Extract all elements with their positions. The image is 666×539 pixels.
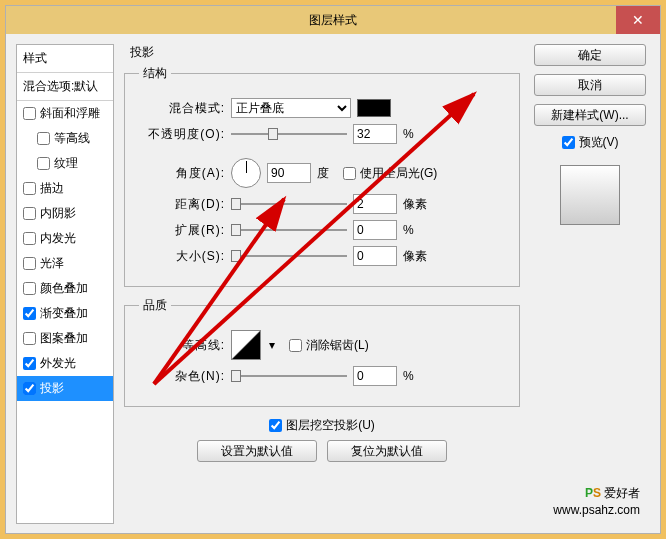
structure-group: 结构 混合模式: 正片叠底 不透明度(O): % 角度(A): 度 bbox=[124, 65, 520, 287]
sidebar-checkbox[interactable] bbox=[23, 282, 36, 295]
sidebar-item-9[interactable]: 图案叠加 bbox=[17, 326, 113, 351]
opacity-slider[interactable] bbox=[231, 127, 347, 141]
sidebar-item-label: 渐变叠加 bbox=[40, 305, 88, 322]
opacity-unit: % bbox=[403, 127, 423, 141]
noise-unit: % bbox=[403, 369, 414, 383]
sidebar-checkbox[interactable] bbox=[23, 257, 36, 270]
sidebar-checkbox[interactable] bbox=[23, 232, 36, 245]
antialias-checkbox[interactable] bbox=[289, 339, 302, 352]
size-input[interactable] bbox=[353, 246, 397, 266]
sidebar-checkbox[interactable] bbox=[37, 132, 50, 145]
angle-label: 角度(A): bbox=[139, 165, 225, 182]
angle-input[interactable] bbox=[267, 163, 311, 183]
sidebar-item-2[interactable]: 纹理 bbox=[17, 151, 113, 176]
contour-label: 等高线: bbox=[139, 337, 225, 354]
watermark: PS 爱好者 www.psahz.com bbox=[553, 477, 640, 517]
sidebar-checkbox[interactable] bbox=[23, 307, 36, 320]
knockout-checkbox[interactable] bbox=[269, 419, 282, 432]
structure-legend: 结构 bbox=[139, 65, 171, 82]
sidebar-checkbox[interactable] bbox=[23, 207, 36, 220]
quality-group: 品质 等高线: ▾ 消除锯齿(L) 杂色(N): % bbox=[124, 297, 520, 407]
sidebar-item-0[interactable]: 斜面和浮雕 bbox=[17, 101, 113, 126]
distance-unit: 像素 bbox=[403, 196, 427, 213]
sidebar-item-8[interactable]: 渐变叠加 bbox=[17, 301, 113, 326]
set-default-button[interactable]: 设置为默认值 bbox=[197, 440, 317, 462]
sidebar-item-3[interactable]: 描边 bbox=[17, 176, 113, 201]
preview-checkbox[interactable] bbox=[562, 136, 575, 149]
styles-sidebar: 样式 混合选项:默认 斜面和浮雕等高线纹理描边内阴影内发光光泽颜色叠加渐变叠加图… bbox=[16, 44, 114, 524]
sidebar-item-label: 斜面和浮雕 bbox=[40, 105, 100, 122]
sidebar-item-10[interactable]: 外发光 bbox=[17, 351, 113, 376]
new-style-button[interactable]: 新建样式(W)... bbox=[534, 104, 646, 126]
sidebar-item-5[interactable]: 内发光 bbox=[17, 226, 113, 251]
shadow-color-swatch[interactable] bbox=[357, 99, 391, 117]
opacity-label: 不透明度(O): bbox=[139, 126, 225, 143]
sidebar-blend-default[interactable]: 混合选项:默认 bbox=[17, 73, 113, 101]
close-button[interactable]: ✕ bbox=[616, 6, 660, 34]
sidebar-item-label: 描边 bbox=[40, 180, 64, 197]
right-panel: 确定 取消 新建样式(W)... 预览(V) bbox=[530, 44, 650, 524]
preview-check[interactable]: 预览(V) bbox=[562, 134, 619, 151]
sidebar-item-label: 投影 bbox=[40, 380, 64, 397]
distance-input[interactable] bbox=[353, 194, 397, 214]
spread-slider[interactable] bbox=[231, 223, 347, 237]
knockout-check[interactable]: 图层挖空投影(U) bbox=[269, 417, 375, 434]
blend-mode-label: 混合模式: bbox=[139, 100, 225, 117]
quality-legend: 品质 bbox=[139, 297, 171, 314]
noise-slider[interactable] bbox=[231, 369, 347, 383]
sidebar-item-label: 纹理 bbox=[54, 155, 78, 172]
sidebar-item-4[interactable]: 内阴影 bbox=[17, 201, 113, 226]
sidebar-item-label: 内阴影 bbox=[40, 205, 76, 222]
global-light-checkbox[interactable] bbox=[343, 167, 356, 180]
panel-title: 投影 bbox=[124, 44, 520, 65]
distance-label: 距离(D): bbox=[139, 196, 225, 213]
size-unit: 像素 bbox=[403, 248, 427, 265]
sidebar-item-6[interactable]: 光泽 bbox=[17, 251, 113, 276]
size-slider[interactable] bbox=[231, 249, 347, 263]
angle-dial[interactable] bbox=[231, 158, 261, 188]
size-label: 大小(S): bbox=[139, 248, 225, 265]
sidebar-checkbox[interactable] bbox=[23, 107, 36, 120]
sidebar-header: 样式 bbox=[17, 45, 113, 73]
antialias-check[interactable]: 消除锯齿(L) bbox=[289, 337, 369, 354]
global-light-check[interactable]: 使用全局光(G) bbox=[343, 165, 437, 182]
main-panel: 投影 结构 混合模式: 正片叠底 不透明度(O): % 角度(A): bbox=[124, 44, 520, 524]
sidebar-item-label: 内发光 bbox=[40, 230, 76, 247]
ok-button[interactable]: 确定 bbox=[534, 44, 646, 66]
sidebar-checkbox[interactable] bbox=[37, 157, 50, 170]
cancel-button[interactable]: 取消 bbox=[534, 74, 646, 96]
spread-unit: % bbox=[403, 223, 414, 237]
sidebar-checkbox[interactable] bbox=[23, 332, 36, 345]
sidebar-item-1[interactable]: 等高线 bbox=[17, 126, 113, 151]
sidebar-item-label: 图案叠加 bbox=[40, 330, 88, 347]
sidebar-item-label: 颜色叠加 bbox=[40, 280, 88, 297]
preview-swatch bbox=[560, 165, 620, 225]
sidebar-item-label: 等高线 bbox=[54, 130, 90, 147]
sidebar-item-label: 光泽 bbox=[40, 255, 64, 272]
reset-default-button[interactable]: 复位为默认值 bbox=[327, 440, 447, 462]
sidebar-checkbox[interactable] bbox=[23, 382, 36, 395]
sidebar-item-11[interactable]: 投影 bbox=[17, 376, 113, 401]
sidebar-checkbox[interactable] bbox=[23, 182, 36, 195]
distance-slider[interactable] bbox=[231, 197, 347, 211]
spread-input[interactable] bbox=[353, 220, 397, 240]
opacity-input[interactable] bbox=[353, 124, 397, 144]
noise-label: 杂色(N): bbox=[139, 368, 225, 385]
sidebar-checkbox[interactable] bbox=[23, 357, 36, 370]
sidebar-item-label: 外发光 bbox=[40, 355, 76, 372]
window-title: 图层样式 bbox=[309, 13, 357, 27]
contour-picker[interactable] bbox=[231, 330, 261, 360]
angle-unit: 度 bbox=[317, 165, 329, 182]
spread-label: 扩展(R): bbox=[139, 222, 225, 239]
titlebar: 图层样式 ✕ bbox=[6, 6, 660, 34]
sidebar-item-7[interactable]: 颜色叠加 bbox=[17, 276, 113, 301]
noise-input[interactable] bbox=[353, 366, 397, 386]
blend-mode-select[interactable]: 正片叠底 bbox=[231, 98, 351, 118]
